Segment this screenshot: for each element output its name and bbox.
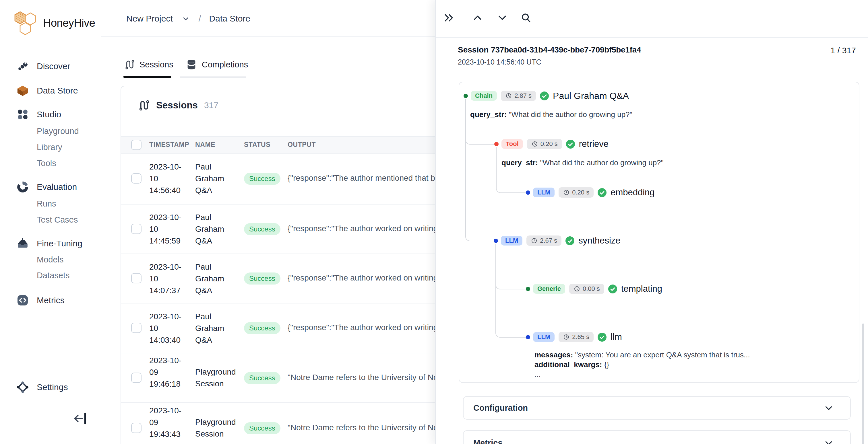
node-kv: query_str: "What did the author do growi…: [470, 109, 632, 119]
trace-node-retrieve[interactable]: Tool 0.20 s retrieve: [501, 137, 609, 150]
row-checkbox[interactable]: [131, 373, 142, 383]
node-dot-tool: [494, 142, 499, 146]
clock-icon: [531, 141, 538, 147]
sidebar-item-datasets[interactable]: Datasets: [0, 267, 101, 284]
honeycomb-logo-icon: [12, 9, 39, 37]
row-checkbox[interactable]: [131, 273, 142, 283]
sidebar-label-evaluation: Evaluation: [37, 182, 77, 192]
row-timestamp: 2023-10- 10 14:56:40: [149, 161, 192, 196]
session-title: Session 737bea0d-31b4-439c-bbe7-709bf5be…: [458, 45, 641, 55]
node-title: synthesize: [578, 236, 620, 246]
sidebar-item-studio[interactable]: Studio: [0, 106, 101, 123]
trace-node-llm[interactable]: LLM 2.65 s llm: [533, 331, 622, 344]
next-session-button[interactable]: [495, 11, 509, 25]
row-checkbox[interactable]: [131, 323, 142, 333]
row-timestamp: 2023-10- 10 14:03:40: [149, 311, 192, 346]
sidebar-item-settings[interactable]: Settings: [0, 378, 101, 396]
status-badge: Success: [244, 272, 280, 284]
trace-node-synthesize[interactable]: LLM 2.67 s synthesize: [501, 234, 621, 247]
tab-completions[interactable]: Completions: [186, 59, 248, 70]
sidebar-label-data-store: Data Store: [37, 86, 78, 96]
node-kv: query_str: "What did the author do growi…: [501, 158, 663, 168]
chevron-down-icon[interactable]: [823, 403, 834, 415]
node-duration-badge: 2.67 s: [526, 236, 561, 246]
sidebar-item-metrics[interactable]: Metrics: [0, 292, 101, 309]
node-type-badge: LLM: [501, 236, 522, 245]
active-tab-indicator: [123, 76, 172, 78]
clock-icon: [563, 189, 570, 196]
sidebar-label-datasets: Datasets: [37, 271, 69, 280]
sidebar: HoneyHive Discover Data S: [0, 0, 101, 444]
chevron-down-icon[interactable]: [181, 14, 191, 24]
sidebar-item-data-store[interactable]: Data Store: [0, 82, 101, 100]
row-checkbox[interactable]: [131, 173, 142, 183]
node-title: retrieve: [579, 139, 609, 149]
chevron-down-icon[interactable]: [823, 438, 834, 444]
tab-completions-label: Completions: [202, 60, 248, 69]
code-brackets-icon: [16, 294, 29, 307]
row-checkbox[interactable]: [131, 224, 142, 234]
sidebar-item-test-cases[interactable]: Test Cases: [0, 211, 101, 229]
sidebar-label-library: Library: [37, 142, 62, 152]
status-badge: Success: [244, 422, 280, 434]
breadcrumb-separator: /: [198, 13, 201, 24]
sidebar-item-evaluation[interactable]: Evaluation: [0, 178, 101, 196]
settings-diamond-icon: [16, 381, 29, 394]
row-name: Paul Graham Q&A: [195, 211, 241, 247]
column-name[interactable]: NAME: [195, 141, 215, 148]
brand-logo[interactable]: HoneyHive: [12, 9, 95, 37]
row-name: Playground Session: [195, 416, 241, 440]
sidebar-item-fine-tuning[interactable]: Fine-Tuning: [0, 235, 101, 252]
double-chevron-right-icon: [443, 11, 455, 24]
search-button[interactable]: [519, 11, 533, 25]
sidebar-item-models[interactable]: Models: [0, 251, 101, 269]
session-label: Session: [458, 45, 489, 54]
sidebar-label-discover: Discover: [37, 61, 70, 71]
breadcrumb-project-dropdown[interactable]: New Project: [126, 14, 173, 24]
chevron-up-icon: [471, 11, 484, 24]
trace-node-chain[interactable]: Chain 2.87 s Paul Graham Q&A: [471, 89, 629, 102]
trace-node-embedding[interactable]: LLM 0.20 s embedding: [533, 186, 655, 199]
node-type-badge: LLM: [533, 332, 555, 342]
node-dot-chain: [464, 94, 468, 98]
node-title: embedding: [611, 187, 654, 198]
row-name: Paul Graham Q&A: [195, 161, 241, 196]
metrics-section[interactable]: Metrics: [463, 430, 851, 444]
tray-download-icon: [16, 237, 29, 250]
configuration-section[interactable]: Configuration: [463, 396, 851, 420]
node-kv: messages: "system: You are an expert Q&A…: [534, 350, 750, 379]
collapse-panel-button[interactable]: [442, 11, 456, 25]
sidebar-item-tools[interactable]: Tools: [0, 154, 101, 172]
node-dot-llm: [526, 191, 530, 195]
row-checkbox[interactable]: [131, 423, 142, 433]
node-duration-badge: 0.20 s: [559, 187, 594, 198]
node-dot-llm: [526, 335, 530, 339]
status-badge: Success: [244, 322, 280, 334]
sidebar-item-discover[interactable]: Discover: [0, 57, 101, 75]
session-detail-panel: Session 737bea0d-31b4-439c-bbe7-709bf5be…: [435, 0, 868, 444]
status-badge: Success: [244, 223, 280, 235]
row-timestamp: 2023-10- 10 14:45:59: [149, 211, 192, 247]
node-title: templating: [621, 284, 662, 294]
column-timestamp[interactable]: TIMESTAMP: [149, 141, 189, 148]
sidebar-item-library[interactable]: Library: [0, 138, 101, 156]
node-dot-llm: [494, 239, 498, 243]
sidebar-collapse-button[interactable]: [72, 410, 88, 427]
session-timestamp: 2023-10-10 14:56:40 UTC: [458, 58, 541, 66]
trace-icon: [137, 99, 150, 111]
select-all-checkbox[interactable]: [131, 140, 142, 150]
node-duration-badge: 0.00 s: [569, 284, 604, 294]
column-status[interactable]: STATUS: [244, 141, 270, 148]
sidebar-item-runs[interactable]: Runs: [0, 195, 101, 212]
sidebar-item-playground[interactable]: Playground: [0, 122, 101, 140]
sidebar-label-metrics: Metrics: [37, 296, 65, 305]
trace-node-templating[interactable]: Generic 0.00 s templating: [533, 282, 662, 296]
tab-sessions[interactable]: Sessions: [123, 59, 174, 70]
configuration-label: Configuration: [473, 403, 528, 413]
search-icon: [520, 11, 532, 24]
previous-session-button[interactable]: [471, 11, 485, 25]
connector-retrieve-embedding: [496, 147, 526, 193]
panel-scrollbar[interactable]: [862, 323, 864, 444]
column-output[interactable]: OUTPUT: [288, 141, 316, 148]
sessions-card-header: Sessions 317: [137, 99, 218, 111]
